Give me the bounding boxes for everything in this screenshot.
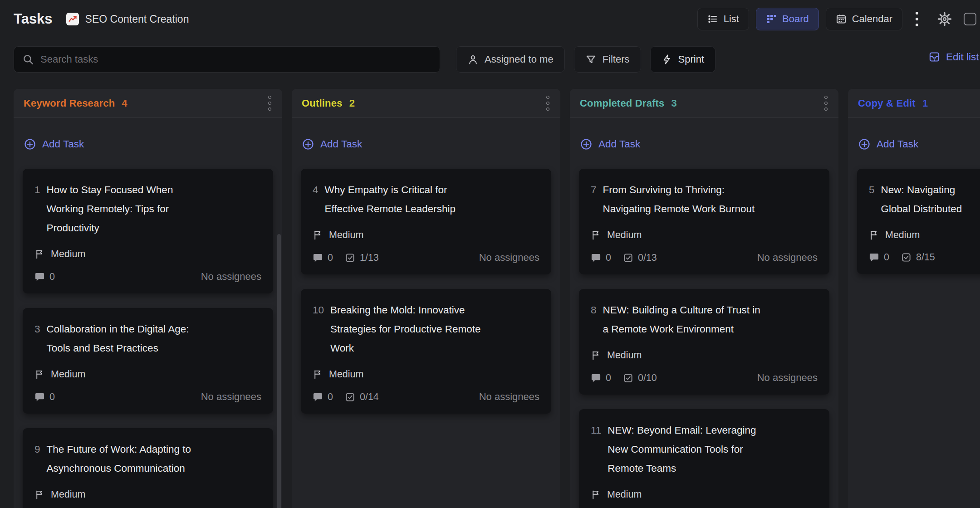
edit-list-button[interactable]: Edit list bbox=[928, 51, 979, 63]
edit-list-label: Edit list bbox=[946, 51, 979, 63]
add-task-label: Add Task bbox=[877, 138, 918, 150]
cards-list: 5 New: Navigating Global Distributed Med… bbox=[848, 161, 980, 283]
comment-count: 0 bbox=[606, 372, 611, 384]
task-priority: Medium bbox=[34, 369, 261, 380]
search-box bbox=[14, 46, 440, 73]
column-title: Completed Drafts bbox=[580, 98, 665, 109]
task-card[interactable]: 10 Breaking the Mold: Innovative Strateg… bbox=[301, 289, 551, 414]
task-priority: Medium bbox=[869, 230, 980, 241]
column-menu-icon[interactable] bbox=[545, 93, 550, 113]
task-card[interactable]: 1 How to Stay Focused When Working Remot… bbox=[23, 169, 273, 293]
comment-icon bbox=[34, 392, 45, 402]
assignees-label: No assignees bbox=[201, 271, 261, 283]
task-card[interactable]: 9 The Future of Work: Adapting to Asynch… bbox=[23, 428, 273, 508]
filters-button[interactable]: Filters bbox=[574, 46, 641, 73]
task-head: 8 NEW: Building a Culture of Trust in a … bbox=[591, 301, 818, 339]
task-title: Collaboration in the Digital Age: Tools … bbox=[47, 320, 189, 358]
sprint-button[interactable]: Sprint bbox=[650, 46, 715, 73]
task-card[interactable]: 7 From Surviving to Thriving: Navigating… bbox=[579, 169, 829, 274]
comment-icon bbox=[869, 252, 879, 263]
task-head: 1 How to Stay Focused When Working Remot… bbox=[34, 181, 261, 238]
comments-group: 0 bbox=[591, 252, 611, 264]
column-menu-icon[interactable] bbox=[267, 93, 272, 113]
task-id: 7 bbox=[591, 181, 597, 219]
task-head: 3 Collaboration in the Digital Age: Tool… bbox=[34, 320, 261, 358]
task-footer: 0 0/14 No assignees bbox=[313, 391, 539, 403]
more-options-icon[interactable] bbox=[909, 12, 925, 26]
task-footer: 0 No assignees bbox=[34, 271, 261, 283]
assigned-to-me-button[interactable]: Assigned to me bbox=[456, 46, 565, 73]
checklist-group: 0/13 bbox=[623, 252, 657, 264]
task-id: 8 bbox=[591, 301, 597, 339]
add-task-button[interactable]: Add Task bbox=[570, 118, 838, 161]
cards-list: 1 How to Stay Focused When Working Remot… bbox=[14, 161, 282, 508]
priority-label: Medium bbox=[885, 230, 920, 241]
checklist-group: 8/15 bbox=[901, 252, 935, 263]
task-title: The Future of Work: Adapting to Asynchro… bbox=[47, 440, 191, 478]
column-scrollbar[interactable] bbox=[277, 234, 281, 508]
chart-increasing-icon bbox=[66, 13, 79, 25]
list-icon bbox=[707, 14, 718, 24]
clipped-edge-icon[interactable] bbox=[964, 13, 976, 25]
task-priority: Medium bbox=[313, 369, 539, 380]
column-menu-icon[interactable] bbox=[823, 93, 828, 113]
task-footer: 0 8/15 bbox=[869, 252, 980, 263]
task-head: 9 The Future of Work: Adapting to Asynch… bbox=[34, 440, 261, 478]
comment-count: 0 bbox=[884, 252, 889, 263]
gear-icon[interactable] bbox=[937, 11, 952, 27]
column-header: Keyword Research 4 bbox=[14, 89, 282, 118]
task-priority: Medium bbox=[34, 249, 261, 260]
task-title: Why Empathy is Critical for Effective Re… bbox=[325, 181, 456, 219]
board-column: Copy & Edit 1 Add Task 5 New: Navigating… bbox=[848, 89, 980, 508]
checklist-icon bbox=[345, 392, 355, 402]
search-input[interactable] bbox=[40, 54, 431, 65]
funnel-icon bbox=[585, 54, 597, 65]
comment-icon bbox=[313, 392, 323, 402]
toolbar: Assigned to me Filters Sprint Edit list bbox=[0, 38, 980, 73]
task-title: How to Stay Focused When Working Remotel… bbox=[47, 181, 173, 238]
add-task-button[interactable]: Add Task bbox=[292, 118, 560, 161]
assignees-label: No assignees bbox=[479, 391, 539, 403]
cards-list: 7 From Surviving to Thriving: Navigating… bbox=[570, 161, 838, 508]
task-id: 11 bbox=[591, 421, 601, 478]
add-task-button[interactable]: Add Task bbox=[848, 118, 980, 161]
view-list-button[interactable]: List bbox=[697, 8, 749, 30]
add-task-button[interactable]: Add Task bbox=[14, 118, 282, 161]
assignees-label: No assignees bbox=[201, 391, 261, 403]
checklist-icon bbox=[345, 253, 355, 263]
column-header: Copy & Edit 1 bbox=[848, 89, 980, 118]
task-head: 10 Breaking the Mold: Innovative Strateg… bbox=[313, 301, 539, 358]
filters-label: Filters bbox=[603, 54, 630, 65]
circle-plus-icon bbox=[858, 138, 871, 151]
view-board-button[interactable]: Board bbox=[756, 8, 819, 30]
board-column: Outlines 2 Add Task 4 Why Empathy is Cri… bbox=[292, 89, 560, 508]
assignees-label: No assignees bbox=[757, 252, 818, 264]
checklist-group: 0/10 bbox=[623, 372, 657, 384]
priority-label: Medium bbox=[51, 249, 85, 260]
task-card[interactable]: 8 NEW: Building a Culture of Trust in a … bbox=[579, 289, 829, 395]
task-footer: 0 0/13 No assignees bbox=[591, 252, 818, 264]
priority-label: Medium bbox=[607, 350, 642, 361]
flag-icon bbox=[313, 369, 323, 380]
view-switcher: List Board Calendar bbox=[697, 8, 966, 30]
priority-label: Medium bbox=[51, 369, 85, 380]
task-card[interactable]: 5 New: Navigating Global Distributed Med… bbox=[857, 169, 980, 274]
task-card[interactable]: 3 Collaboration in the Digital Age: Tool… bbox=[23, 308, 273, 414]
checklist-icon bbox=[623, 253, 633, 263]
column-count: 2 bbox=[349, 98, 355, 109]
task-footer: 0 No assignees bbox=[34, 391, 261, 403]
task-id: 10 bbox=[313, 301, 324, 358]
task-head: 11 NEW: Beyond Email: Leveraging New Com… bbox=[591, 421, 818, 478]
task-priority: Medium bbox=[34, 489, 261, 500]
task-footer: 0 1/13 No assignees bbox=[313, 252, 539, 264]
calendar-icon bbox=[836, 14, 847, 24]
task-id: 9 bbox=[34, 440, 40, 478]
checklist-count: 0/10 bbox=[638, 372, 657, 384]
comment-icon bbox=[591, 373, 601, 383]
view-calendar-button[interactable]: Calendar bbox=[826, 8, 902, 30]
task-card[interactable]: 11 NEW: Beyond Email: Leveraging New Com… bbox=[579, 409, 829, 508]
flag-icon bbox=[591, 350, 601, 361]
task-card[interactable]: 4 Why Empathy is Critical for Effective … bbox=[301, 169, 551, 274]
task-head: 5 New: Navigating Global Distributed bbox=[869, 181, 980, 219]
checklist-group: 1/13 bbox=[345, 252, 379, 264]
